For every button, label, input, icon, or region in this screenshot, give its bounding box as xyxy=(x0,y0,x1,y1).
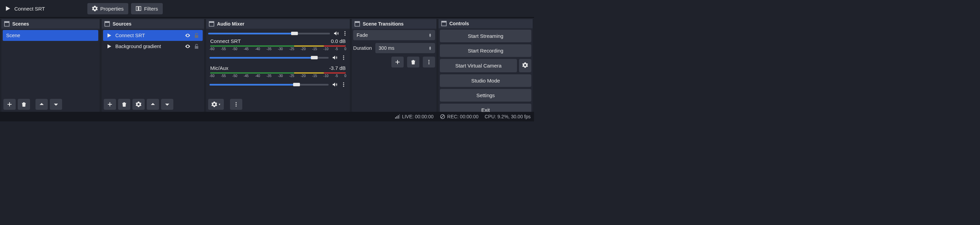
eye-icon[interactable] xyxy=(185,44,190,49)
filters-button[interactable]: Filters xyxy=(131,3,163,14)
mixer-settings-button[interactable]: ▾ xyxy=(208,99,224,110)
source-move-down-button[interactable] xyxy=(161,99,173,110)
status-cpu-text: CPU: 9.2%, 30.00 fps xyxy=(485,114,531,119)
play-icon xyxy=(107,33,112,38)
plus-icon xyxy=(395,59,400,65)
properties-label: Properties xyxy=(100,6,124,11)
scenes-panel: Scenes Scene xyxy=(2,19,100,112)
transition-remove-button[interactable] xyxy=(407,57,419,68)
dock-icon xyxy=(104,21,110,27)
source-remove-button[interactable] xyxy=(118,99,130,110)
mixer-channel: Mic/Aux -3.7 dB -60-55-50-45-40-35-30-25… xyxy=(207,64,348,91)
selected-source-text: Connect SRT xyxy=(14,6,45,11)
scene-remove-button[interactable] xyxy=(18,99,30,110)
sources-header[interactable]: Sources xyxy=(102,19,204,29)
sources-panel: Sources Connect SRT Background gradient xyxy=(102,19,204,112)
duration-input[interactable]: 300 ms ▲▼ xyxy=(375,43,435,53)
scene-move-down-button[interactable] xyxy=(50,99,62,110)
start-streaming-button[interactable]: Start Streaming xyxy=(440,30,531,42)
status-rec-text: REC: 00:00:00 xyxy=(447,114,479,119)
source-item-label: Connect SRT xyxy=(115,33,181,38)
play-icon xyxy=(107,44,112,49)
chevron-down-icon xyxy=(164,101,170,107)
lock-icon[interactable] xyxy=(194,44,199,49)
duration-label: Duration xyxy=(353,45,372,51)
mixer-title: Audio Mixer xyxy=(217,21,244,27)
transitions-body: Fade ▲▼ Duration 300 ms ▲▼ xyxy=(352,29,436,112)
volume-slider[interactable] xyxy=(208,33,330,35)
transition-select[interactable]: Fade ▲▼ xyxy=(353,30,435,40)
filters-label: Filters xyxy=(144,6,158,11)
status-bar: LIVE: 00:00:00 REC: 00:00:00 CPU: 9.2%, … xyxy=(0,112,534,121)
dock-icon xyxy=(441,21,447,26)
mixer-body: Connect SRT 0.0 dB -60-55-50-45-40-35-30… xyxy=(206,29,350,97)
settings-button[interactable]: Settings xyxy=(440,89,531,101)
dots-icon[interactable] xyxy=(341,55,346,60)
scene-move-up-button[interactable] xyxy=(35,99,48,110)
source-add-button[interactable] xyxy=(104,99,116,110)
gear-icon xyxy=(522,62,528,68)
controls-panel: Controls Start Streaming Start Recording… xyxy=(439,19,533,112)
up-down-icon: ▲▼ xyxy=(429,46,432,50)
exit-button[interactable]: Exit xyxy=(440,104,531,112)
source-item[interactable]: Background gradient xyxy=(103,41,203,52)
audio-mixer-panel: Audio Mixer Connect SRT 0.0 dB xyxy=(206,19,350,112)
source-properties-button[interactable] xyxy=(132,99,145,110)
eye-icon[interactable] xyxy=(185,33,190,38)
chevron-up-icon xyxy=(39,101,45,107)
chevron-up-icon xyxy=(150,101,156,107)
transition-menu-button[interactable] xyxy=(423,57,435,68)
volume-slider[interactable] xyxy=(210,57,329,59)
sources-toolbar xyxy=(102,97,204,112)
status-rec: REC: 00:00:00 xyxy=(440,114,479,119)
source-item-label: Background gradient xyxy=(115,44,181,49)
volume-icon[interactable] xyxy=(332,55,337,60)
dots-icon[interactable] xyxy=(341,82,346,87)
virtual-camera-settings-button[interactable] xyxy=(519,59,531,72)
trash-icon xyxy=(410,59,416,65)
transition-selected-label: Fade xyxy=(356,32,368,38)
transition-add-button[interactable] xyxy=(391,57,404,68)
channel-name: Connect SRT xyxy=(210,38,241,44)
scene-item-label: Scene xyxy=(6,33,20,38)
start-recording-button[interactable]: Start Recording xyxy=(440,44,531,57)
volume-icon[interactable] xyxy=(333,31,339,36)
status-cpu: CPU: 9.2%, 30.00 fps xyxy=(485,114,531,119)
dots-icon[interactable] xyxy=(342,31,348,36)
plus-icon xyxy=(7,101,12,107)
controls-header[interactable]: Controls xyxy=(439,19,533,28)
duration-value: 300 ms xyxy=(379,45,395,51)
transitions-header[interactable]: Scene Transitions xyxy=(352,19,436,29)
scene-item[interactable]: Scene xyxy=(3,30,98,41)
status-live: LIVE: 00:00:00 xyxy=(395,114,434,119)
mixer-menu-button[interactable] xyxy=(230,99,242,110)
transitions-title: Scene Transitions xyxy=(363,21,404,27)
mixer-channel: Connect SRT 0.0 dB -60-55-50-45-40-35-30… xyxy=(207,37,348,64)
volume-slider[interactable] xyxy=(210,84,329,86)
channel-db: 0.0 dB xyxy=(331,38,346,44)
docks-row: Scenes Scene Sources Connect SRT xyxy=(0,18,534,112)
dots-icon xyxy=(234,101,239,107)
properties-button[interactable]: Properties xyxy=(88,3,128,14)
scenes-list: Scene xyxy=(2,29,100,97)
sources-title: Sources xyxy=(113,21,131,27)
volume-icon[interactable] xyxy=(332,82,337,87)
filters-icon xyxy=(136,6,141,11)
source-item[interactable]: Connect SRT xyxy=(103,30,203,41)
source-move-up-button[interactable] xyxy=(147,99,159,110)
up-down-icon: ▲▼ xyxy=(429,33,432,37)
dock-icon xyxy=(209,21,214,27)
scene-add-button[interactable] xyxy=(3,99,16,110)
scenes-header[interactable]: Scenes xyxy=(2,19,100,29)
transitions-panel: Scene Transitions Fade ▲▼ Duration 300 m… xyxy=(352,19,436,112)
channel-name: Mic/Aux xyxy=(210,65,228,71)
controls-list: Start Streaming Start Recording Start Vi… xyxy=(439,28,533,112)
meter-ticks: -60-55-50-45-40-35-30-25-20-15-10-50 xyxy=(209,74,347,78)
start-virtual-camera-button[interactable]: Start Virtual Camera xyxy=(440,59,517,72)
scenes-toolbar xyxy=(2,97,100,112)
controls-title: Controls xyxy=(449,21,469,26)
chevron-down-icon xyxy=(53,101,59,107)
lock-icon[interactable] xyxy=(194,33,199,38)
studio-mode-button[interactable]: Studio Mode xyxy=(440,74,531,87)
mixer-header[interactable]: Audio Mixer xyxy=(206,19,350,29)
